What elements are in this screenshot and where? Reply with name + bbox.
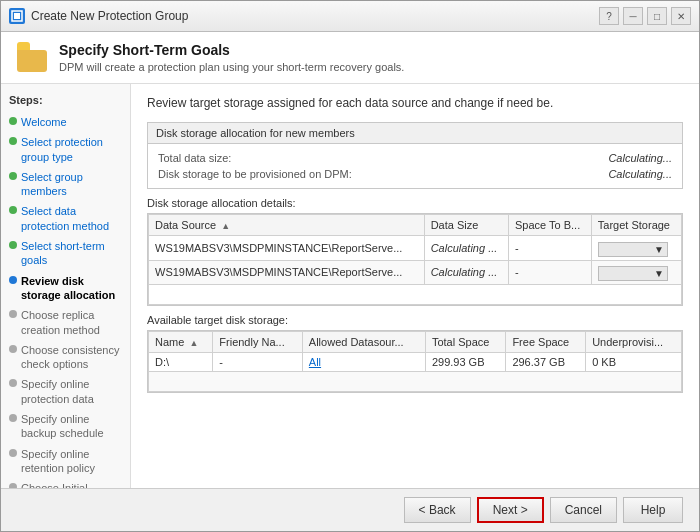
back-button[interactable]: < Back [404, 497, 471, 523]
cell-friendly: - [213, 353, 303, 372]
sidebar-item-online-protection[interactable]: Specify online protection data [1, 374, 130, 409]
col-space-to-b: Space To B... [509, 215, 592, 236]
sidebar-item-disk-storage[interactable]: Review disk storage allocation [1, 271, 130, 306]
sidebar-label-group-members: Select group members [21, 170, 122, 199]
available-storage-label: Available target disk storage: [147, 314, 683, 326]
dot-welcome [9, 117, 17, 125]
title-bar: Create New Protection Group ? ─ □ ✕ [1, 1, 699, 32]
close-button[interactable]: ✕ [671, 7, 691, 25]
sidebar-label-online-protection: Specify online protection data [21, 377, 122, 406]
col-underprovision: Underprovisi... [586, 332, 682, 353]
maximize-button[interactable]: □ [647, 7, 667, 25]
col-target-storage: Target Storage [591, 215, 681, 236]
cell-total-space: 299.93 GB [425, 353, 505, 372]
table-row: WS19MABSV3\MSDPMINSTANCE\ReportServe... … [149, 236, 682, 261]
sidebar-label-consistency: Choose consistency check options [21, 343, 122, 372]
sidebar-label-protection-type: Select protection group type [21, 135, 122, 164]
target-storage-dropdown-1[interactable]: ▼ [598, 242, 668, 257]
available-storage-section: Available target disk storage: Name ▲ Fr… [147, 314, 683, 393]
header-area: Specify Short-Term Goals DPM will create… [1, 32, 699, 84]
dot-data-protection [9, 206, 17, 214]
sidebar-item-welcome[interactable]: Welcome [1, 112, 130, 132]
sidebar-item-group-members[interactable]: Select group members [1, 167, 130, 202]
sidebar-label-disk-storage: Review disk storage allocation [21, 274, 122, 303]
sidebar-item-consistency[interactable]: Choose consistency check options [1, 340, 130, 375]
allocation-summary-box: Disk storage allocation for new members … [147, 122, 683, 189]
allocation-details-table-container: Data Source ▲ Data Size Space To B... Ta… [147, 213, 683, 306]
dot-retention-policy [9, 449, 17, 457]
col-free-space: Free Space [506, 332, 586, 353]
total-data-size-row: Total data size: Calculating... [158, 150, 672, 166]
help-button[interactable]: ? [599, 7, 619, 25]
help-footer-button[interactable]: Help [623, 497, 683, 523]
cell-allowed: All [302, 353, 425, 372]
instruction-text: Review target storage assigned for each … [147, 96, 683, 110]
total-data-size-label: Total data size: [158, 152, 231, 164]
sidebar-item-retention-policy[interactable]: Specify online retention policy [1, 444, 130, 479]
cancel-button[interactable]: Cancel [550, 497, 617, 523]
sort-arrow-name: ▲ [189, 338, 198, 348]
cell-space-1: - [509, 236, 592, 261]
dot-protection-type [9, 137, 17, 145]
header-text: Specify Short-Term Goals DPM will create… [59, 42, 404, 73]
cell-underprovision: 0 KB [586, 353, 682, 372]
cell-target-1: ▼ [591, 236, 681, 261]
sidebar-label-short-term: Select short-term goals [21, 239, 122, 268]
col-friendly: Friendly Na... [213, 332, 303, 353]
cell-data-size-2: Calculating ... [424, 260, 508, 285]
window-controls: ? ─ □ ✕ [599, 7, 691, 25]
allocation-details-table: Data Source ▲ Data Size Space To B... Ta… [148, 214, 682, 305]
svg-rect-1 [14, 13, 20, 19]
dot-short-term [9, 241, 17, 249]
col-name: Name ▲ [149, 332, 213, 353]
dot-group-members [9, 172, 17, 180]
sidebar-label-backup-schedule: Specify online backup schedule [21, 412, 122, 441]
sidebar-label-welcome: Welcome [21, 115, 67, 129]
main-window: Create New Protection Group ? ─ □ ✕ Spec… [0, 0, 700, 532]
col-data-size: Data Size [424, 215, 508, 236]
next-button[interactable]: Next > [477, 497, 544, 523]
sidebar-item-backup-schedule[interactable]: Specify online backup schedule [1, 409, 130, 444]
footer: < Back Next > Cancel Help [1, 488, 699, 531]
table-row[interactable]: D:\ - All 299.93 GB 296.37 GB 0 KB [149, 353, 682, 372]
main-panel: Review target storage assigned for each … [131, 84, 699, 488]
sidebar-item-short-term[interactable]: Select short-term goals [1, 236, 130, 271]
minimize-button[interactable]: ─ [623, 7, 643, 25]
sidebar-item-protection-type[interactable]: Select protection group type [1, 132, 130, 167]
provision-label: Disk storage to be provisioned on DPM: [158, 168, 352, 180]
available-storage-table-container: Name ▲ Friendly Na... Allowed Datasour..… [147, 330, 683, 393]
table-row: WS19MABSV3\MSDPMINSTANCE\ReportServe... … [149, 260, 682, 285]
dropdown-arrow-1: ▼ [654, 244, 664, 255]
allocation-details-section: Disk storage allocation details: Data So… [147, 197, 683, 306]
dot-online-protection [9, 379, 17, 387]
dot-backup-schedule [9, 414, 17, 422]
cell-free-space: 296.37 GB [506, 353, 586, 372]
cell-data-source-1: WS19MABSV3\MSDPMINSTANCE\ReportServe... [149, 236, 425, 261]
target-storage-dropdown-2[interactable]: ▼ [598, 266, 668, 281]
folder-icon [17, 42, 49, 72]
allocation-details-label: Disk storage allocation details: [147, 197, 683, 209]
allocation-summary-content: Total data size: Calculating... Disk sto… [148, 144, 682, 188]
cell-target-2: ▼ [591, 260, 681, 285]
sidebar-item-initial-replication[interactable]: Choose Initial Online Replication [1, 478, 130, 488]
sidebar-label-initial-replication: Choose Initial Online Replication [21, 481, 122, 488]
dot-disk-storage [9, 276, 17, 284]
dropdown-arrow-2: ▼ [654, 268, 664, 279]
col-data-source: Data Source ▲ [149, 215, 425, 236]
cell-data-size-1: Calculating ... [424, 236, 508, 261]
dot-replica [9, 310, 17, 318]
sidebar-label-retention-policy: Specify online retention policy [21, 447, 122, 476]
allocation-summary-header: Disk storage allocation for new members [148, 123, 682, 144]
dot-consistency [9, 345, 17, 353]
cell-space-2: - [509, 260, 592, 285]
sidebar-item-replica[interactable]: Choose replica creation method [1, 305, 130, 340]
empty-row [149, 285, 682, 305]
provision-row: Disk storage to be provisioned on DPM: C… [158, 166, 672, 182]
window-title: Create New Protection Group [31, 9, 593, 23]
content-area: Steps: Welcome Select protection group t… [1, 84, 699, 488]
sidebar-item-data-protection[interactable]: Select data protection method [1, 201, 130, 236]
window-icon [9, 8, 25, 24]
allowed-datasource-link[interactable]: All [309, 356, 321, 368]
provision-value: Calculating... [608, 168, 672, 180]
col-total-space: Total Space [425, 332, 505, 353]
